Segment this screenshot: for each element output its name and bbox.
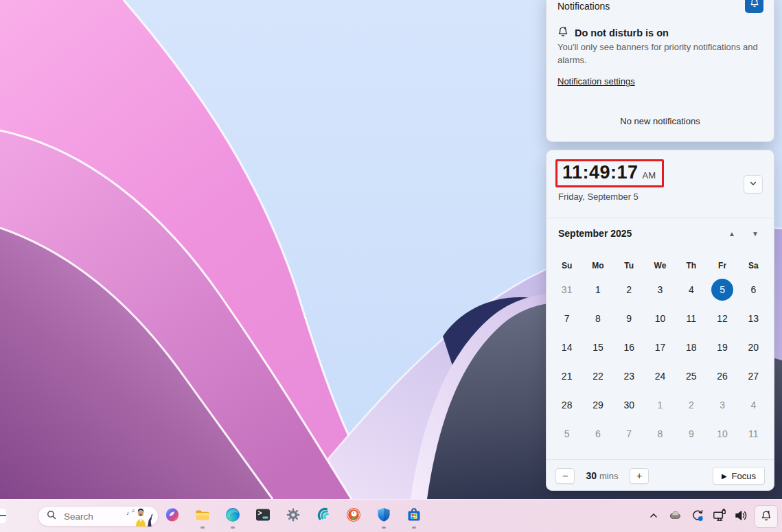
terminal-app-button[interactable]: > <box>255 503 271 529</box>
calendar-day[interactable]: 4 <box>676 275 706 304</box>
cloud-icon <box>668 508 683 526</box>
calendar-day[interactable]: 3 <box>706 391 737 419</box>
calendar-day[interactable]: 10 <box>706 419 737 448</box>
calendar-day[interactable]: 7 <box>614 419 645 448</box>
calendar-day-header: Tu <box>614 256 645 275</box>
calendar-day[interactable]: 11 <box>738 419 769 448</box>
update-pending-tray-button[interactable] <box>689 507 706 527</box>
microsoft-store-app-button[interactable] <box>406 503 422 529</box>
no-notifications-text: No new notifications <box>547 116 774 126</box>
search-highlight-image[interactable]: ♪ ♫ <box>124 506 160 527</box>
calendar-day[interactable]: 5 <box>551 419 582 448</box>
file-explorer-app-button[interactable] <box>194 503 211 529</box>
svg-text:>: > <box>258 510 262 518</box>
calendar-day[interactable]: 12 <box>706 304 737 333</box>
calendar-day[interactable]: 11 <box>676 304 706 333</box>
calendar-day[interactable]: 2 <box>676 391 706 419</box>
notification-settings-link[interactable]: Notification settings <box>557 76 635 86</box>
calendar-day[interactable]: 10 <box>645 304 676 333</box>
calendar-day-selected[interactable]: 5 <box>706 275 737 304</box>
speaker-icon <box>734 508 749 526</box>
calendar-day[interactable]: 4 <box>738 391 769 419</box>
calendar-day[interactable]: 15 <box>582 333 613 362</box>
waves-app-button[interactable] <box>315 503 332 529</box>
calendar-day[interactable]: 25 <box>676 362 706 391</box>
calendar-day[interactable]: 19 <box>706 333 737 362</box>
edge-app-button[interactable] <box>225 503 241 529</box>
clock-date: Friday, September 5 <box>558 192 639 202</box>
running-indicator <box>200 527 205 529</box>
calendar-day[interactable]: 28 <box>551 391 582 419</box>
calendar-day[interactable]: 9 <box>676 419 706 448</box>
clock-meridiem: AM <box>643 170 656 181</box>
running-indicator <box>231 527 235 529</box>
bell-dnd-tray-icon <box>760 509 772 524</box>
calendar-day-header: Fr <box>706 256 737 275</box>
calendar-day[interactable]: 17 <box>645 333 676 362</box>
calendar-day[interactable]: 7 <box>551 304 582 333</box>
search-box[interactable]: ♪ ♫ <box>38 506 159 527</box>
duckduckgo-icon <box>345 507 362 526</box>
calendar-day[interactable]: 6 <box>738 275 769 304</box>
calendar-day[interactable]: 26 <box>706 362 737 391</box>
play-icon: ▶ <box>722 472 727 480</box>
calendar-month-label: September 2025 <box>558 228 632 239</box>
calendar-day[interactable]: 30 <box>614 391 645 419</box>
calendar-day[interactable]: 3 <box>645 275 676 304</box>
calendar-day[interactable]: 24 <box>645 362 676 391</box>
panel-divider <box>547 459 774 460</box>
svg-text:♪: ♪ <box>126 510 129 516</box>
calendar-day[interactable]: 1 <box>582 275 613 304</box>
start-button[interactable] <box>0 509 6 523</box>
calendar-day-header: Su <box>551 256 582 275</box>
calendar-day[interactable]: 20 <box>738 333 769 362</box>
svg-text:♫: ♫ <box>131 508 135 513</box>
calendar-day[interactable]: 9 <box>614 304 645 333</box>
collapse-calendar-button[interactable] <box>744 175 763 194</box>
focus-start-button[interactable]: ▶ Focus <box>713 467 765 485</box>
onedrive-tray-button[interactable] <box>667 507 685 527</box>
clock-calendar-panel: 11:49:17 AM Friday, September 5 Septembe… <box>546 150 774 491</box>
focus-plus-button[interactable]: + <box>630 468 649 484</box>
edge-icon <box>225 507 241 526</box>
notification-center-button[interactable] <box>755 505 778 528</box>
calendar-day[interactable]: 27 <box>738 362 769 391</box>
calendar-day[interactable]: 13 <box>738 304 769 333</box>
calendar-day[interactable]: 1 <box>645 391 676 419</box>
calendar-day[interactable]: 18 <box>676 333 706 362</box>
settings-app-button[interactable] <box>285 503 301 529</box>
calendar-day[interactable]: 8 <box>582 304 613 333</box>
volume-tray-button[interactable] <box>733 507 750 527</box>
calendar-day[interactable]: 2 <box>614 275 645 304</box>
copilot-icon <box>164 507 181 526</box>
triangle-down-icon: ▼ <box>752 230 759 238</box>
calendar-day[interactable]: 21 <box>551 362 582 391</box>
calendar-day[interactable]: 14 <box>551 333 582 362</box>
do-not-disturb-toggle-button[interactable] <box>745 0 763 13</box>
gear-icon <box>285 507 301 526</box>
calendar-day[interactable]: 6 <box>582 419 613 448</box>
duckduckgo-app-button[interactable] <box>345 503 362 529</box>
search-input[interactable] <box>62 511 124 522</box>
time-annotation-box: 11:49:17 AM <box>555 159 664 187</box>
windows-security-app-button[interactable] <box>376 503 392 529</box>
calendar-day[interactable]: 23 <box>614 362 645 391</box>
shield-icon <box>376 507 392 526</box>
show-hidden-icons-button[interactable] <box>645 507 663 527</box>
calendar-day[interactable]: 22 <box>582 362 613 391</box>
focus-minus-button[interactable]: − <box>555 468 575 484</box>
focus-button-label: Focus <box>732 471 756 481</box>
calendar-day[interactable]: 8 <box>645 419 676 448</box>
calendar-day[interactable]: 29 <box>582 391 613 419</box>
notifications-title: Notifications <box>557 1 610 12</box>
network-tray-button[interactable] <box>711 507 728 527</box>
notification-center-panel: Notifications Do not disturb is on You'l… <box>546 0 774 142</box>
focus-duration: 30 mins <box>575 470 630 481</box>
copilot-app-button[interactable] <box>164 503 181 529</box>
calendar-next-month-button[interactable]: ▼ <box>744 224 767 242</box>
bell-dnd-icon <box>749 0 760 10</box>
calendar-prev-month-button[interactable]: ▲ <box>720 224 744 242</box>
calendar-day[interactable]: 16 <box>614 333 645 362</box>
bell-sleep-icon <box>557 25 569 41</box>
calendar-day[interactable]: 31 <box>551 275 582 304</box>
